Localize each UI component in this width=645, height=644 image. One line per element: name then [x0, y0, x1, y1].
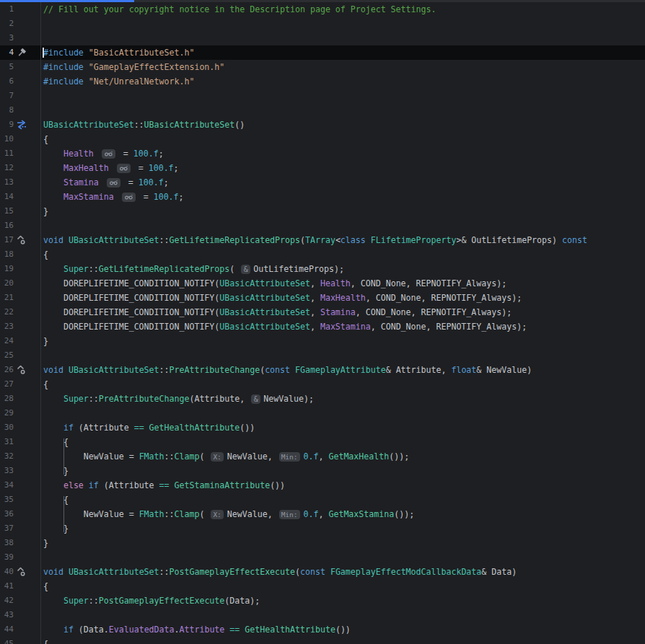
gutter[interactable]: 29	[0, 406, 41, 420]
gutter[interactable]: 6	[0, 74, 41, 89]
gutter[interactable]: 40	[0, 565, 41, 579]
gutter[interactable]: 35	[0, 493, 41, 507]
gutter[interactable]: 34	[0, 478, 41, 493]
gutter[interactable]: 37	[0, 521, 41, 536]
gutter[interactable]: 24	[0, 334, 41, 348]
code-line-9[interactable]: 9UBasicAttributeSet::UBasicAttributeSet(…	[0, 118, 645, 132]
replicated-property-inlay-badge[interactable]	[107, 178, 120, 188]
gutter[interactable]: 15	[0, 204, 41, 219]
gutter[interactable]: 45	[0, 637, 41, 644]
override-gutter-icon[interactable]	[16, 566, 27, 578]
gutter[interactable]: 16	[0, 219, 41, 233]
gutter[interactable]: 23	[0, 319, 41, 334]
gutter[interactable]: 5	[0, 60, 41, 74]
gutter[interactable]: 11	[0, 146, 41, 161]
gutter[interactable]: 38	[0, 536, 41, 550]
gutter[interactable]: 27	[0, 377, 41, 392]
code-line-26[interactable]: 26void UBasicAttributeSet::PreAttributeC…	[0, 363, 645, 377]
code-editor[interactable]: 1// Fill out your copyright notice in th…	[0, 2, 645, 644]
code-line-14[interactable]: 14 MaxStamina = 100.f;	[0, 190, 645, 204]
gutter[interactable]: 26	[0, 363, 41, 377]
gutter[interactable]: 33	[0, 464, 41, 478]
parameter-name-inlay-hint[interactable]: Min:	[279, 452, 300, 462]
pass-by-reference-inlay-badge[interactable]: &	[241, 265, 250, 274]
code-line-22[interactable]: 22 DOREPLIFETIME_CONDITION_NOTIFY(UBasic…	[0, 305, 645, 319]
code-line-34[interactable]: 34 else if (Attribute == GetStaminaAttri…	[0, 478, 645, 493]
code-line-23[interactable]: 23 DOREPLIFETIME_CONDITION_NOTIFY(UBasic…	[0, 319, 645, 334]
gutter[interactable]: 32	[0, 449, 41, 464]
code-line-35[interactable]: 35 {	[0, 493, 645, 507]
parameter-name-inlay-hint[interactable]: X:	[211, 452, 223, 462]
gutter[interactable]: 4	[0, 45, 41, 60]
parameter-name-inlay-hint[interactable]: X:	[211, 510, 223, 519]
gutter[interactable]: 13	[0, 175, 41, 190]
override-gutter-icon[interactable]	[16, 364, 27, 376]
code-line-25[interactable]: 25	[0, 348, 645, 363]
gutter[interactable]: 17	[0, 233, 41, 247]
code-line-20[interactable]: 20 DOREPLIFETIME_CONDITION_NOTIFY(UBasic…	[0, 276, 645, 291]
code-line-42[interactable]: 42 Super::PostGameplayEffectExecute(Data…	[0, 594, 645, 608]
code-line-32[interactable]: 32 NewValue = FMath::Clamp( X:NewValue, …	[0, 449, 645, 464]
gutter[interactable]: 8	[0, 103, 41, 118]
gutter[interactable]: 1	[0, 2, 41, 17]
override-gutter-icon[interactable]	[16, 234, 27, 246]
gutter[interactable]: 12	[0, 161, 41, 175]
gutter[interactable]: 44	[0, 622, 41, 637]
code-line-2[interactable]: 2	[0, 17, 645, 31]
gutter[interactable]: 21	[0, 291, 41, 305]
gutter[interactable]: 41	[0, 579, 41, 594]
code-line-5[interactable]: 5#include "GameplayEffectExtension.h"	[0, 60, 645, 74]
gutter[interactable]: 14	[0, 190, 41, 204]
code-line-27[interactable]: 27{	[0, 377, 645, 392]
code-line-37[interactable]: 37 }	[0, 521, 645, 536]
code-line-3[interactable]: 3	[0, 31, 645, 45]
gutter[interactable]: 31	[0, 435, 41, 449]
code-line-16[interactable]: 16	[0, 219, 645, 233]
gutter[interactable]: 9	[0, 118, 41, 132]
code-line-17[interactable]: 17void UBasicAttributeSet::GetLifetimeRe…	[0, 233, 645, 247]
gutter[interactable]: 22	[0, 305, 41, 319]
code-line-31[interactable]: 31 {	[0, 435, 645, 449]
code-line-19[interactable]: 19 Super::GetLifetimeReplicatedProps( &O…	[0, 262, 645, 276]
gutter[interactable]: 7	[0, 89, 41, 103]
code-line-33[interactable]: 33 }	[0, 464, 645, 478]
code-line-44[interactable]: 44 if (Data.EvaluatedData.Attribute == G…	[0, 622, 645, 637]
code-line-43[interactable]: 43	[0, 608, 645, 622]
replicated-property-inlay-badge[interactable]	[117, 164, 131, 173]
code-line-7[interactable]: 7	[0, 89, 645, 103]
code-line-10[interactable]: 10{	[0, 132, 645, 146]
pass-by-reference-inlay-badge[interactable]: &	[251, 394, 260, 404]
code-line-40[interactable]: 40void UBasicAttributeSet::PostGameplayE…	[0, 565, 645, 579]
parameter-name-inlay-hint[interactable]: Min:	[279, 510, 300, 519]
code-line-6[interactable]: 6#include "Net/UnrealNetwork.h"	[0, 74, 645, 89]
gutter[interactable]: 28	[0, 392, 41, 406]
code-line-21[interactable]: 21 DOREPLIFETIME_CONDITION_NOTIFY(UBasic…	[0, 291, 645, 305]
code-line-24[interactable]: 24}	[0, 334, 645, 348]
gutter[interactable]: 18	[0, 247, 41, 262]
gutter[interactable]: 19	[0, 262, 41, 276]
code-line-15[interactable]: 15}	[0, 204, 645, 219]
code-line-1[interactable]: 1// Fill out your copyright notice in th…	[0, 2, 645, 17]
code-line-30[interactable]: 30 if (Attribute == GetHealthAttribute()…	[0, 420, 645, 435]
gutter[interactable]: 3	[0, 31, 41, 45]
gutter[interactable]: 39	[0, 550, 41, 565]
gutter[interactable]: 36	[0, 507, 41, 521]
gutter[interactable]: 43	[0, 608, 41, 622]
replicated-property-inlay-badge[interactable]	[102, 149, 115, 159]
code-line-36[interactable]: 36 NewValue = FMath::Clamp( X:NewValue, …	[0, 507, 645, 521]
code-line-39[interactable]: 39	[0, 550, 645, 565]
code-line-45[interactable]: 45{	[0, 637, 645, 644]
code-line-18[interactable]: 18{	[0, 247, 645, 262]
gutter[interactable]: 30	[0, 420, 41, 435]
gutter[interactable]: 2	[0, 17, 41, 31]
code-line-8[interactable]: 8	[0, 103, 645, 118]
code-line-13[interactable]: 13 Stamina = 100.f;	[0, 175, 645, 190]
code-line-28[interactable]: 28 Super::PreAttributeChange(Attribute, …	[0, 392, 645, 406]
gutter[interactable]: 20	[0, 276, 41, 291]
gutter[interactable]: 10	[0, 132, 41, 146]
code-line-29[interactable]: 29	[0, 406, 645, 420]
code-line-11[interactable]: 11 Health = 100.f;	[0, 146, 645, 161]
code-line-12[interactable]: 12 MaxHealth = 100.f;	[0, 161, 645, 175]
sync-gutter-icon[interactable]	[16, 119, 27, 131]
hammer-gutter-icon[interactable]	[16, 47, 27, 58]
